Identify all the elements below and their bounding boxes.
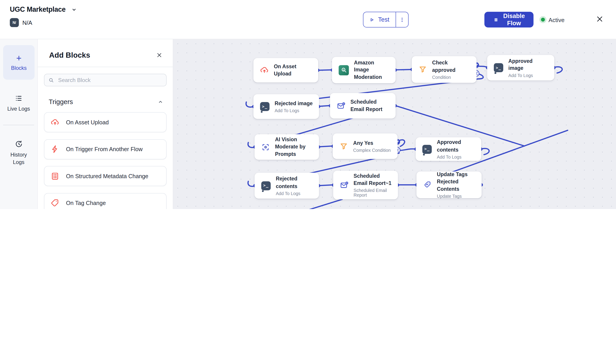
flow-node-rejected-contents[interactable]: >_ Rejected contents Add To Logs	[255, 173, 319, 199]
trigger-label: On Asset Upload	[66, 119, 109, 126]
tag-icon	[51, 199, 59, 207]
node-subtitle: Scheduled Email Report	[354, 188, 392, 197]
status-dot	[541, 18, 545, 21]
node-subtitle: Condition	[432, 75, 471, 79]
node-title: Approved contents	[437, 139, 476, 153]
header: UGC Marketplace N/ N/A Test	[0, 0, 616, 39]
flow-edge	[319, 106, 330, 106]
panel-close-button[interactable]	[154, 50, 164, 60]
triggers-section-title: Triggers	[49, 98, 73, 106]
flow-edge	[395, 69, 412, 70]
node-title: Amazon Image Moderation	[354, 59, 390, 81]
trigger-list: On Asset Upload On Trigger From Another …	[44, 112, 167, 209]
funnel-icon	[419, 68, 427, 75]
terminal-icon: >_	[261, 181, 271, 190]
trigger-label: On Trigger From Another Flow	[66, 146, 143, 152]
node-subtitle: Add To Logs	[275, 108, 313, 113]
flow-node-ai-vision-moderate[interactable]: AI Vision Moderate by Prompts	[255, 134, 319, 160]
sidebar-item-history-logs[interactable]: History Logs	[0, 140, 37, 166]
flow-node-on-asset-upload[interactable]: On Asset Upload	[253, 58, 318, 82]
flow-editor: UGC Marketplace N/ N/A Test	[0, 0, 616, 209]
disable-flow-label: Disable Flow	[503, 13, 525, 27]
node-subtitle: Add To Logs	[276, 191, 314, 196]
trigger-item-on-asset-upload[interactable]: On Asset Upload	[44, 112, 167, 132]
collapse-triggers-button[interactable]	[156, 97, 165, 106]
history-icon	[15, 140, 23, 148]
flow-node-amazon-image-moderation[interactable]: Amazon Image Moderation	[332, 57, 396, 83]
trigger-item-on-trigger-from-another-flow[interactable]: On Trigger From Another Flow	[44, 139, 167, 159]
kebab-icon	[399, 16, 405, 23]
close-button[interactable]	[594, 14, 605, 26]
cloud-upload-icon	[260, 69, 269, 76]
flow-canvas[interactable]: On Asset Upload Amazon Image Moderation …	[173, 39, 616, 209]
pause-icon	[493, 17, 499, 23]
node-subtitle: Update Tags	[437, 194, 476, 198]
test-button-group: Test	[363, 12, 409, 27]
test-button[interactable]: Test	[363, 12, 396, 27]
page-title: UGC Marketplace	[10, 5, 66, 14]
flow-node-check-approved[interactable]: Check approved Condition	[412, 56, 477, 83]
sidebar-item-label: History Logs	[5, 151, 32, 166]
list-box-icon	[51, 172, 59, 180]
node-title: Rejected image	[275, 100, 313, 107]
flow-node-scheduled-email-report-1[interactable]: Scheduled Email Report~1 Scheduled Email…	[333, 171, 398, 199]
node-title: Check approved	[432, 59, 471, 74]
chevron-down-icon[interactable]	[71, 7, 77, 13]
tag-check-icon	[423, 183, 432, 190]
amazon-moderation-icon	[339, 65, 349, 75]
sidebar-item-blocks[interactable]: + Blocks	[3, 45, 35, 79]
workspace-name: N/A	[22, 19, 32, 26]
email-icon	[340, 184, 348, 191]
disable-flow-button[interactable]: Disable Flow	[484, 12, 534, 27]
live-logs-icon	[15, 95, 22, 102]
flow-node-any-yes[interactable]: Any Yes Complex Condition	[333, 133, 397, 159]
bolt-icon	[51, 145, 59, 153]
flow-node-approved-contents[interactable]: >_ Approved contents Add To Logs	[416, 137, 481, 161]
trigger-label: On Tag Change	[66, 200, 106, 206]
flow-edge	[319, 185, 333, 186]
flow-node-scheduled-email-report[interactable]: Scheduled Email Report	[330, 93, 396, 118]
node-title: On Asset Upload	[274, 63, 313, 77]
trigger-label: On Structured Metadata Change	[66, 173, 148, 179]
status-indicator: Active	[541, 16, 564, 23]
play-icon	[369, 17, 374, 23]
terminal-icon: >_	[260, 102, 269, 111]
close-icon	[156, 54, 163, 60]
test-button-label: Test	[378, 16, 389, 23]
more-options-button[interactable]	[396, 12, 408, 27]
node-title: Any Yes	[353, 140, 391, 147]
flow-node-update-tags-rejected-contents[interactable]: Update Tags Rejected Contents Update Tag…	[416, 171, 482, 198]
status-label: Active	[548, 16, 565, 23]
node-title: AI Vision Moderate by Prompts	[275, 136, 314, 158]
cloud-upload-icon	[51, 118, 59, 127]
node-title: Scheduled Email Report~1	[354, 172, 392, 187]
sidebar-item-label: Blocks	[11, 65, 27, 71]
node-title: Update Tags Rejected Contents	[437, 171, 476, 193]
trigger-item-on-tag-change[interactable]: On Tag Change	[44, 193, 167, 209]
search-input[interactable]	[57, 77, 162, 84]
terminal-icon: >_	[494, 63, 503, 72]
flow-node-approved-image[interactable]: >_ Approved image Add To Logs	[487, 55, 554, 80]
flow-edge	[255, 199, 342, 209]
terminal-icon: >_	[422, 145, 432, 154]
chevron-up-icon	[158, 100, 164, 106]
node-title: Scheduled Email Report	[350, 99, 390, 113]
trigger-item-on-structured-metadata-change[interactable]: On Structured Metadata Change	[44, 166, 167, 186]
left-rail: + Blocks Live Logs History Logs	[0, 39, 38, 209]
email-icon	[337, 104, 345, 111]
node-title: Rejected contents	[276, 175, 314, 190]
search-box	[44, 74, 167, 87]
node-subtitle: Complex Condition	[353, 148, 391, 153]
flow-node-rejected-image[interactable]: >_ Rejected image Add To Logs	[253, 94, 319, 119]
flow-edge	[319, 146, 333, 147]
ai-scan-icon	[261, 146, 270, 153]
funnel-icon	[339, 145, 348, 152]
flow-edge	[318, 70, 332, 70]
workspace-badge: N/	[10, 18, 19, 27]
close-icon	[596, 18, 603, 24]
sidebar-item-label: Live Logs	[7, 105, 30, 113]
sidebar-item-live-logs[interactable]: Live Logs	[0, 95, 37, 113]
node-subtitle: Add To Logs	[437, 155, 476, 159]
divider	[38, 67, 173, 67]
rail-divider	[3, 125, 34, 125]
